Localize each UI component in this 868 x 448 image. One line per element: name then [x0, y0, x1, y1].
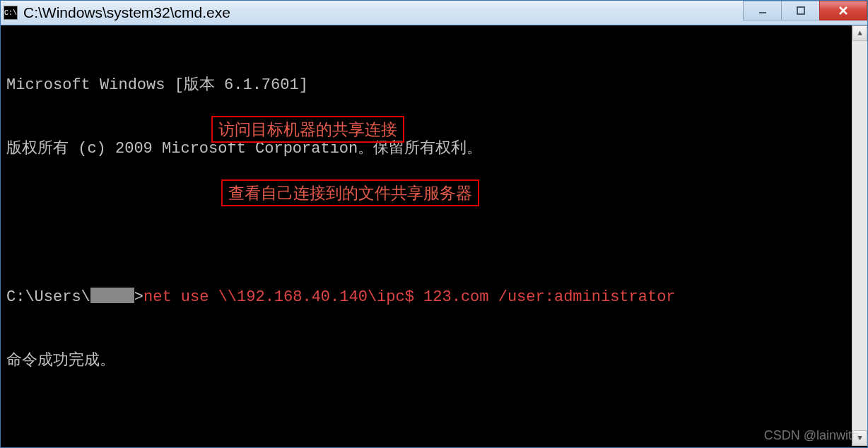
copyright-line: 版权所有 (c) 2009 Microsoft Corporation。保留所有… — [6, 138, 860, 160]
scroll-track[interactable] — [852, 41, 867, 430]
command-line-1: C:\Users\>net use \\192.168.40.140\ipc$ … — [6, 287, 860, 308]
scroll-up-button[interactable]: ▲ — [852, 25, 867, 41]
titlebar[interactable]: C:\ C:\Windows\system32\cmd.exe — [1, 1, 867, 25]
command-1-text: net use \\192.168.40.140\ipc$ 123.com /u… — [143, 288, 676, 306]
svg-rect-1 — [797, 7, 804, 14]
annotation-1: 访问目标机器的共享连接 — [211, 116, 404, 143]
result-1: 命令成功完成。 — [6, 350, 860, 372]
version-line: Microsoft Windows [版本 6.1.7601] — [6, 75, 860, 96]
annotation-2: 查看自己连接到的文件共享服务器 — [221, 179, 479, 206]
redacted-username-1 — [90, 288, 134, 303]
prompt-1: C:\Users\ — [6, 288, 90, 306]
close-button[interactable] — [819, 1, 867, 20]
vertical-scrollbar[interactable]: ▲ ▼ — [852, 25, 867, 446]
cmd-icon: C:\ — [4, 6, 18, 20]
terminal-area[interactable]: Microsoft Windows [版本 6.1.7601] 版权所有 (c)… — [1, 25, 866, 446]
watermark: CSDN @lainwith — [764, 428, 859, 443]
blank-line — [6, 414, 860, 435]
minimize-button[interactable] — [743, 1, 782, 20]
cmd-window: C:\ C:\Windows\system32\cmd.exe Microsof… — [0, 0, 868, 448]
window-controls — [744, 1, 867, 22]
window-title: C:\Windows\system32\cmd.exe — [23, 4, 230, 21]
maximize-button[interactable] — [781, 1, 820, 20]
